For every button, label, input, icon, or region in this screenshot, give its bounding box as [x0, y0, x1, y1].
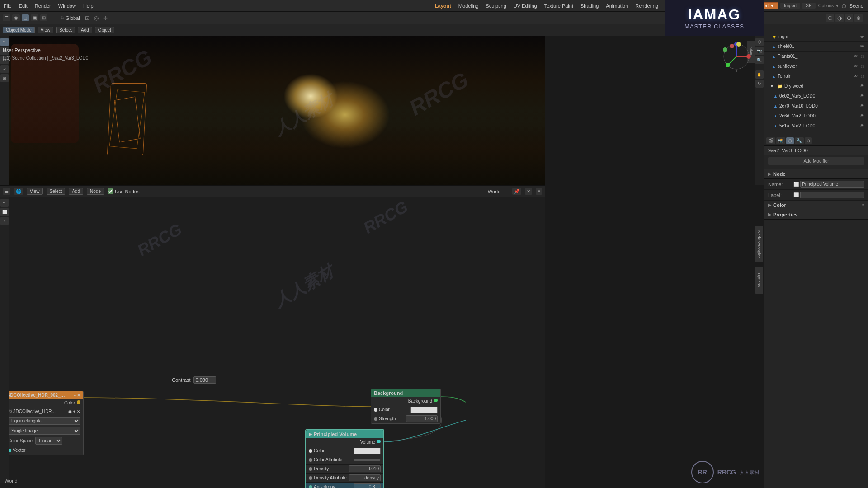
- 2e6d-visibility[interactable]: 👁: [860, 113, 864, 118]
- prop-object-btn[interactable]: ⬡: [786, 137, 794, 144]
- camera-view-icon[interactable]: 📷: [755, 47, 764, 55]
- menu-render[interactable]: Render: [31, 2, 55, 9]
- outliner-item-2e6d[interactable]: ▲ 2e6d_Var2_LOD0 👁: [764, 111, 868, 121]
- node-select-tool[interactable]: ↖: [0, 199, 9, 207]
- env-new-btn[interactable]: +: [73, 409, 75, 414]
- node-wrangler-tab[interactable]: Node Wrangler: [755, 226, 763, 262]
- node-section-header[interactable]: ▶ Node: [764, 169, 868, 179]
- pv-volume-socket[interactable]: [377, 440, 381, 443]
- pv-density-attr-value[interactable]: density: [349, 474, 381, 481]
- outliner-item-5c1a[interactable]: ▲ 5c1a_Var2_LOD0 👁: [764, 121, 868, 131]
- sunflower-visibility-icon[interactable]: 👁: [854, 64, 858, 69]
- pv-anisotropy-value[interactable]: 0.8...: [354, 483, 381, 488]
- dryweed-expand-icon[interactable]: ▼: [770, 84, 774, 89]
- properties-section-header[interactable]: ▶ Properties: [764, 210, 868, 220]
- menu-help[interactable]: Help: [80, 2, 97, 9]
- cursor-tool-icon[interactable]: ↖: [0, 38, 9, 46]
- node-box-select-tool[interactable]: ⬜: [0, 208, 9, 216]
- tab-uv-editing[interactable]: UV Editing: [510, 2, 541, 9]
- env-texture-node[interactable]: 3DCOllective_HDR_002_1704_16K.hdr − ✕ Co…: [5, 391, 84, 455]
- 2c70-visibility[interactable]: 👁: [860, 103, 864, 108]
- node-editor-canvas[interactable]: RRCG 人人素材 RRCG 3DCOllective_HDR_002_1704…: [0, 185, 545, 488]
- use-nodes-checkbox[interactable]: [108, 188, 113, 194]
- env-color-output-socket[interactable]: [77, 400, 80, 404]
- prop-material-btn[interactable]: ⊙: [805, 137, 812, 144]
- node-lasso-tool[interactable]: ○: [0, 217, 9, 225]
- env-node-close[interactable]: ✕: [77, 393, 80, 398]
- object-menu-button[interactable]: Object: [95, 27, 114, 33]
- node-select-btn[interactable]: Select: [47, 188, 66, 195]
- overlay-btn[interactable]: ⊙: [845, 14, 853, 22]
- bg-output-socket[interactable]: [434, 399, 438, 402]
- pv-color-attr-value[interactable]: [354, 459, 381, 461]
- pv-color-swatch[interactable]: [354, 448, 381, 454]
- prop-modifier-btn[interactable]: 🔧: [795, 137, 804, 144]
- dryweed-visibility-icon[interactable]: 👁: [860, 84, 864, 89]
- 4f8c-visibility[interactable]: 👁: [860, 133, 864, 134]
- navigation-gizmo[interactable]: [721, 41, 752, 72]
- 5c1a-visibility[interactable]: 👁: [860, 123, 864, 128]
- add-modifier-button[interactable]: Add Modifier: [768, 157, 864, 165]
- node-menu-btn[interactable]: Node: [87, 188, 104, 195]
- toolbar-btn5[interactable]: ⊞: [40, 14, 47, 21]
- tab-shading[interactable]: Shading: [577, 2, 602, 9]
- outliner-item-2c70[interactable]: ▲ 2c70_Var10_LOD0 👁: [764, 101, 868, 111]
- plants-visibility-icon[interactable]: 👁: [854, 54, 858, 59]
- node-editor-menu-btn[interactable]: ☰: [3, 188, 10, 195]
- node-editor-type-btn[interactable]: 🌐: [14, 188, 23, 195]
- pv-color-socket[interactable]: [309, 449, 312, 453]
- bg-color-in-socket[interactable]: [374, 408, 377, 412]
- env-colorspace-select[interactable]: Linear: [35, 437, 62, 445]
- use-nodes-toggle[interactable]: Use Nodes: [108, 188, 139, 194]
- pv-density-value[interactable]: 0.010: [349, 465, 381, 472]
- menu-file[interactable]: File: [0, 2, 15, 9]
- color-section-menu[interactable]: ≡: [862, 203, 864, 207]
- gizmo-btn[interactable]: ⊕: [854, 14, 863, 22]
- toolbar-btn1[interactable]: ☰: [3, 14, 10, 21]
- tab-texture-paint[interactable]: Texture Paint: [541, 2, 577, 9]
- select-menu-button[interactable]: Select: [56, 27, 75, 33]
- background-node[interactable]: Background Background Color Strength 1.0…: [371, 389, 441, 424]
- rotate-icon[interactable]: ↻: [755, 80, 764, 88]
- toolbar-btn4[interactable]: ▣: [31, 14, 38, 21]
- tab-sculpting[interactable]: Sculpting: [482, 2, 510, 9]
- menu-edit[interactable]: Edit: [15, 2, 31, 9]
- tab-animation[interactable]: Animation: [602, 2, 632, 9]
- outliner-item-0c02[interactable]: ▲ 0c02_Var5_LOD0 👁: [764, 91, 868, 101]
- prop-render-btn[interactable]: 📸: [776, 137, 785, 144]
- outliner-item-terrain[interactable]: ▲ Terrain 👁 ⬡: [764, 71, 868, 81]
- outliner-item-sunflower[interactable]: ▲ sunflower 👁 ⬡: [764, 61, 868, 71]
- node-add-btn[interactable]: Add: [69, 188, 83, 195]
- node-close-btn[interactable]: ✕: [525, 188, 532, 195]
- render-mode-btn[interactable]: ⬡: [826, 14, 834, 22]
- viewport-shade-btn[interactable]: ◑: [835, 14, 844, 22]
- env-browse-btn[interactable]: ◉: [68, 409, 72, 414]
- tab-rendering[interactable]: Rendering: [632, 2, 662, 9]
- node-name-input[interactable]: [800, 181, 864, 188]
- node-label-input[interactable]: [800, 192, 864, 198]
- env-source-select[interactable]: Single Image: [8, 427, 80, 435]
- view-menu-button[interactable]: View: [38, 27, 54, 33]
- pv-density-socket[interactable]: [309, 467, 312, 471]
- 0c02-visibility[interactable]: 👁: [860, 94, 864, 99]
- bg-color-swatch[interactable]: [410, 407, 438, 413]
- node-view-btn[interactable]: View: [27, 188, 43, 195]
- bg-strength-in-socket[interactable]: [374, 417, 377, 421]
- import-button[interactable]: Import: [780, 3, 800, 9]
- perspective-icon[interactable]: ⬡: [755, 38, 764, 46]
- principled-volume-node[interactable]: ▶ Principled Volume Volume Color Color A…: [305, 429, 384, 488]
- outliner-item-4f8c[interactable]: ▲ 4f8c_Var1_LOD0 👁: [764, 131, 868, 134]
- tab-modeling[interactable]: Modeling: [455, 2, 482, 9]
- transform-tool-icon[interactable]: ⊞: [0, 74, 9, 82]
- env-node-min[interactable]: −: [74, 393, 76, 398]
- toolbar-btn3[interactable]: ◻: [22, 14, 29, 21]
- node-pin-btn[interactable]: 📌: [512, 188, 521, 195]
- pv-density-attr-socket[interactable]: [309, 476, 312, 480]
- shield-visibility-icon[interactable]: 👁: [860, 44, 864, 49]
- bg-strength-value[interactable]: 1.000: [406, 415, 438, 422]
- node-options-btn[interactable]: ≡: [536, 188, 542, 195]
- outliner-item-plants01[interactable]: ▲ Plants01_ 👁 ⬡: [764, 52, 868, 61]
- outliner-item-dryweed[interactable]: ▼ 📁 Dry weed 👁: [764, 81, 868, 91]
- terrain-visibility-icon[interactable]: 👁: [854, 74, 858, 79]
- tab-layout[interactable]: Layout: [431, 2, 455, 9]
